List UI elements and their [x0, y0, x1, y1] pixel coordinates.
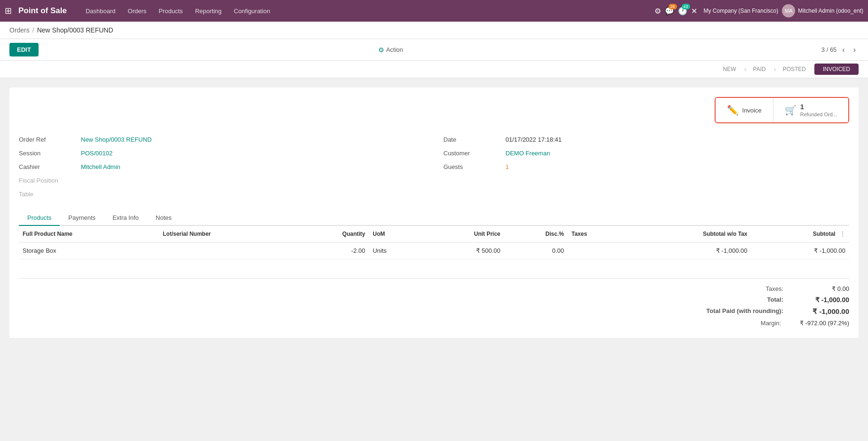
session-label: Session — [19, 150, 75, 157]
main-menu: Dashboard Orders Products Reporting Conf… — [80, 6, 650, 16]
guests-value: 1 — [506, 163, 509, 170]
messages-icon[interactable]: 💬 26 — [665, 7, 674, 16]
cashier-label: Cashier — [19, 163, 75, 170]
cell-lot-serial — [159, 242, 295, 259]
margin-value: ₹ -972.00 (97.2%) — [800, 320, 849, 327]
cashier-row: Cashier Mitchell Admin — [19, 160, 425, 174]
order-ref-label: Order Ref — [19, 136, 75, 143]
smart-buttons: ✏️ Invoice 🛒 1 Refunded Ord... — [715, 97, 849, 123]
pager-prev[interactable]: ‹ — [839, 45, 847, 55]
taxes-total-row: Taxes: ₹ 0.00 — [689, 283, 849, 294]
breadcrumb: Orders / New Shop/0003 REFUND — [0, 22, 868, 39]
status-invoiced[interactable]: INVOICED — [814, 64, 859, 75]
user-name: Mitchell Admin (odoo_ent) — [798, 8, 863, 14]
menu-configuration[interactable]: Configuration — [228, 6, 276, 16]
status-paid[interactable]: PAID — [745, 64, 774, 75]
fiscal-position-label: Fiscal Position — [19, 177, 75, 184]
cell-uom: Units — [369, 242, 421, 259]
table-body: Storage Box -2.00 Units ₹ 500.00 0.00 ₹ … — [19, 242, 849, 259]
col-subtotal: Subtotal ⋮ — [751, 226, 850, 242]
breadcrumb-separator: / — [32, 26, 34, 34]
session-row: Session POS/00102 — [19, 146, 425, 160]
cell-product-name: Storage Box — [19, 242, 159, 259]
company-name: My Company (San Francisco) — [704, 8, 779, 14]
col-uom: UoM — [369, 226, 421, 242]
action-button[interactable]: ⚙ Action — [378, 46, 403, 54]
fiscal-position-row: Fiscal Position — [19, 174, 425, 187]
total-row: Total: ₹ -1,000.00 — [689, 294, 849, 305]
order-ref-row: Order Ref New Shop/0003 REFUND — [19, 133, 425, 146]
cell-subtotal: ₹ -1,000.00 — [751, 242, 850, 259]
customer-label: Customer — [444, 150, 500, 157]
toolbar: EDIT ⚙ Action 3 / 65 ‹ › — [0, 39, 868, 61]
tab-products[interactable]: Products — [19, 210, 60, 226]
menu-reporting[interactable]: Reporting — [190, 6, 227, 16]
order-form: Order Ref New Shop/0003 REFUND Session P… — [19, 133, 849, 201]
col-product-name: Full Product Name — [19, 226, 159, 242]
pager-next[interactable]: › — [851, 45, 859, 55]
form-left: Order Ref New Shop/0003 REFUND Session P… — [19, 133, 425, 201]
invoice-icon: ✏️ — [727, 104, 739, 116]
cell-taxes — [568, 242, 624, 259]
invoice-button[interactable]: ✏️ Invoice — [716, 98, 773, 122]
order-card: ✏️ Invoice 🛒 1 Refunded Ord... Order Ref… — [9, 88, 859, 338]
cell-unit-price: ₹ 500.00 — [422, 242, 504, 259]
refunded-orders-button[interactable]: 🛒 1 Refunded Ord... — [773, 98, 848, 122]
customer-row: Customer DEMO Freeman — [444, 146, 850, 160]
table-header-row: Full Product Name Lot/serial Number Quan… — [19, 226, 849, 242]
margin-row: Margin: ₹ -972.00 (97.2%) — [687, 318, 849, 329]
edit-button[interactable]: EDIT — [9, 43, 39, 56]
user-menu[interactable]: MA Mitchell Admin (odoo_ent) — [782, 4, 863, 17]
table-row: Storage Box -2.00 Units ₹ 500.00 0.00 ₹ … — [19, 242, 849, 259]
status-new[interactable]: NEW — [715, 64, 745, 75]
settings-icon[interactable]: ⚙ — [654, 7, 661, 16]
tab-payments[interactable]: Payments — [60, 210, 104, 226]
grid-icon[interactable]: ⊞ — [5, 6, 12, 16]
products-table: Full Product Name Lot/serial Number Quan… — [19, 226, 849, 259]
taxes-value: ₹ 0.00 — [802, 285, 849, 292]
refunded-label: Refunded Ord... — [800, 112, 837, 117]
total-paid-row: Total Paid (with rounding): ₹ -1,000.00 — [689, 305, 849, 318]
cell-subtotal-notax: ₹ -1,000.00 — [624, 242, 751, 259]
status-pipeline: NEW PAID POSTED INVOICED — [0, 61, 868, 78]
action-label: Action — [386, 46, 403, 53]
breadcrumb-current: New Shop/0003 REFUND — [37, 26, 113, 34]
invoice-label: Invoice — [742, 107, 762, 114]
customer-value[interactable]: DEMO Freeman — [506, 150, 550, 157]
col-menu-icon[interactable]: ⋮ — [840, 231, 845, 237]
tab-notes[interactable]: Notes — [147, 210, 180, 226]
date-row: Date 01/17/2022 17:18:41 — [444, 133, 850, 146]
table-label: Table — [19, 191, 75, 198]
pager-text: 3 / 65 — [821, 46, 837, 53]
close-icon[interactable]: ✕ — [691, 7, 697, 16]
topnav-right: ⚙ 💬 26 🕐 43 ✕ My Company (San Francisco)… — [654, 4, 863, 17]
date-label: Date — [444, 136, 500, 143]
col-lot-serial: Lot/serial Number — [159, 226, 295, 242]
col-unit-price: Unit Price — [422, 226, 504, 242]
date-value: 01/17/2022 17:18:41 — [506, 136, 562, 143]
menu-dashboard[interactable]: Dashboard — [80, 6, 121, 16]
cashier-value[interactable]: Mitchell Admin — [81, 163, 120, 170]
total-paid-value: ₹ -1,000.00 — [802, 307, 849, 316]
col-subtotal-notax: Subtotal w/o Tax — [624, 226, 751, 242]
guests-label: Guests — [444, 163, 500, 170]
status-posted[interactable]: POSTED — [774, 64, 814, 75]
col-quantity: Quantity — [295, 226, 369, 242]
totals-section: Taxes: ₹ 0.00 Total: ₹ -1,000.00 Total P… — [19, 278, 849, 329]
brand-name[interactable]: Point of Sale — [18, 6, 67, 16]
taxes-label: Taxes: — [689, 285, 783, 292]
menu-orders[interactable]: Orders — [122, 6, 152, 16]
order-ref-value: New Shop/0003 REFUND — [81, 136, 151, 143]
tab-extra-info[interactable]: Extra Info — [104, 210, 147, 226]
action-gear-icon: ⚙ — [378, 46, 384, 54]
col-taxes: Taxes — [568, 226, 624, 242]
breadcrumb-parent[interactable]: Orders — [9, 26, 30, 34]
session-value[interactable]: POS/00102 — [81, 150, 112, 157]
total-value: ₹ -1,000.00 — [802, 296, 849, 304]
menu-products[interactable]: Products — [153, 6, 188, 16]
activity-icon[interactable]: 🕐 43 — [678, 7, 687, 16]
pager: 3 / 65 ‹ › — [821, 45, 859, 55]
form-right: Date 01/17/2022 17:18:41 Customer DEMO F… — [444, 133, 850, 201]
refunded-count: 1 — [800, 103, 837, 111]
user-avatar: MA — [782, 4, 795, 17]
